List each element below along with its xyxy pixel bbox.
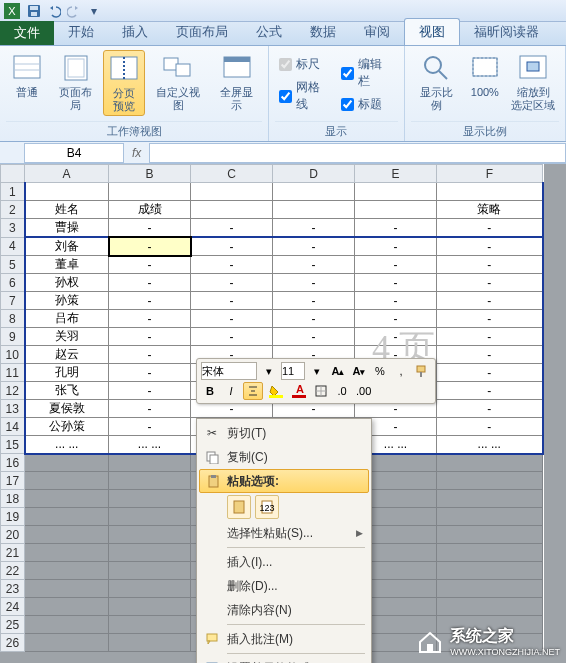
cell-C2[interactable] [191, 201, 273, 219]
fill-color-button[interactable] [266, 382, 286, 400]
fx-icon[interactable]: fx [132, 146, 141, 160]
col-header-F[interactable]: F [437, 165, 543, 183]
row-header-7[interactable]: 7 [1, 292, 25, 310]
cell-F9[interactable]: - [437, 328, 543, 346]
row-header-18[interactable]: 18 [1, 490, 25, 508]
cell-D4[interactable]: - [273, 237, 355, 256]
cell-B20[interactable] [109, 526, 191, 544]
cell-A14[interactable]: 公孙策 [25, 418, 109, 436]
cell-A17[interactable] [25, 472, 109, 490]
row-header-25[interactable]: 25 [1, 616, 25, 634]
col-header-E[interactable]: E [355, 165, 437, 183]
cell-F18[interactable] [437, 490, 543, 508]
shrink-font-icon[interactable]: A▾ [350, 362, 368, 380]
tab-view[interactable]: 视图 [404, 18, 460, 45]
paste-default-button[interactable] [227, 495, 251, 519]
borders-button[interactable] [312, 382, 330, 400]
row-header-1[interactable]: 1 [1, 183, 25, 201]
col-header-C[interactable]: C [191, 165, 273, 183]
cell-B17[interactable] [109, 472, 191, 490]
ctx-delete[interactable]: 删除(D)... [199, 574, 369, 598]
row-header-2[interactable]: 2 [1, 201, 25, 219]
cell-A1[interactable] [25, 183, 109, 201]
row-header-26[interactable]: 26 [1, 634, 25, 652]
cell-F19[interactable] [437, 508, 543, 526]
cell-A18[interactable] [25, 490, 109, 508]
mini-size-combo[interactable] [281, 362, 305, 380]
cell-C7[interactable]: - [191, 292, 273, 310]
cell-A24[interactable] [25, 598, 109, 616]
redo-icon[interactable] [65, 2, 83, 20]
row-header-17[interactable]: 17 [1, 472, 25, 490]
cell-A8[interactable]: 吕布 [25, 310, 109, 328]
cell-D6[interactable]: - [273, 274, 355, 292]
zoom-button[interactable]: 显示比例 [411, 50, 462, 114]
row-header-4[interactable]: 4 [1, 237, 25, 256]
cell-B9[interactable]: - [109, 328, 191, 346]
format-painter-icon[interactable] [413, 362, 431, 380]
row-header-24[interactable]: 24 [1, 598, 25, 616]
cell-B21[interactable] [109, 544, 191, 562]
cell-F21[interactable] [437, 544, 543, 562]
row-header-16[interactable]: 16 [1, 454, 25, 472]
cell-F22[interactable] [437, 562, 543, 580]
cell-C1[interactable] [191, 183, 273, 201]
cell-B10[interactable]: - [109, 346, 191, 364]
formula-bar-checkbox[interactable]: 编辑栏 [341, 56, 393, 90]
cell-A4[interactable]: 刘备 [25, 237, 109, 256]
cell-E9[interactable]: - [355, 328, 437, 346]
cell-F12[interactable]: - [437, 382, 543, 400]
cell-F20[interactable] [437, 526, 543, 544]
ctx-copy[interactable]: 复制(C) [199, 445, 369, 469]
cell-A2[interactable]: 姓名 [25, 201, 109, 219]
cell-A10[interactable]: 赵云 [25, 346, 109, 364]
col-header-B[interactable]: B [109, 165, 191, 183]
cell-F2[interactable]: 策略 [437, 201, 543, 219]
cell-B3[interactable]: - [109, 219, 191, 238]
cell-D3[interactable]: - [273, 219, 355, 238]
cell-A13[interactable]: 夏侯敦 [25, 400, 109, 418]
qat-dropdown-icon[interactable]: ▾ [85, 2, 103, 20]
mini-font-dropdown-icon[interactable]: ▾ [260, 362, 278, 380]
cell-F14[interactable]: - [437, 418, 543, 436]
cell-F1[interactable] [437, 183, 543, 201]
cell-F16[interactable] [437, 454, 543, 472]
cell-A16[interactable] [25, 454, 109, 472]
file-tab[interactable]: 文件 [0, 21, 54, 45]
cell-F10[interactable]: - [437, 346, 543, 364]
cell-B2[interactable]: 成绩 [109, 201, 191, 219]
row-header-12[interactable]: 12 [1, 382, 25, 400]
cell-B24[interactable] [109, 598, 191, 616]
cell-A19[interactable] [25, 508, 109, 526]
increase-decimal-icon[interactable]: .00 [354, 382, 373, 400]
cell-B5[interactable]: - [109, 256, 191, 274]
row-header-13[interactable]: 13 [1, 400, 25, 418]
cell-E8[interactable]: - [355, 310, 437, 328]
cell-B15[interactable]: ... ... [109, 436, 191, 454]
cell-B8[interactable]: - [109, 310, 191, 328]
col-header-A[interactable]: A [25, 165, 109, 183]
cell-F13[interactable]: - [437, 400, 543, 418]
cell-A7[interactable]: 孙策 [25, 292, 109, 310]
cell-D2[interactable] [273, 201, 355, 219]
zoom-selection-button[interactable]: 缩放到 选定区域 [508, 50, 559, 114]
percent-icon[interactable]: % [371, 362, 389, 380]
formula-input[interactable] [149, 143, 566, 163]
row-header-19[interactable]: 19 [1, 508, 25, 526]
cell-A5[interactable]: 董卓 [25, 256, 109, 274]
cell-E5[interactable]: - [355, 256, 437, 274]
ruler-checkbox[interactable]: 标尺 [279, 56, 331, 73]
cell-A15[interactable]: ... ... [25, 436, 109, 454]
ctx-cut[interactable]: ✂剪切(T) [199, 421, 369, 445]
cell-B25[interactable] [109, 616, 191, 634]
cell-C5[interactable]: - [191, 256, 273, 274]
save-icon[interactable] [25, 2, 43, 20]
cell-B23[interactable] [109, 580, 191, 598]
col-header-D[interactable]: D [273, 165, 355, 183]
headings-checkbox[interactable]: 标题 [341, 96, 393, 113]
spreadsheet-grid[interactable]: ABCDEF12姓名成绩策略3曹操-----4刘备-----5董卓-----6孙… [0, 164, 566, 663]
cell-E4[interactable]: - [355, 237, 437, 256]
ctx-paste-options[interactable]: 粘贴选项: [199, 469, 369, 493]
page-break-preview-button[interactable]: 分页 预览 [103, 50, 145, 116]
cell-B12[interactable]: - [109, 382, 191, 400]
